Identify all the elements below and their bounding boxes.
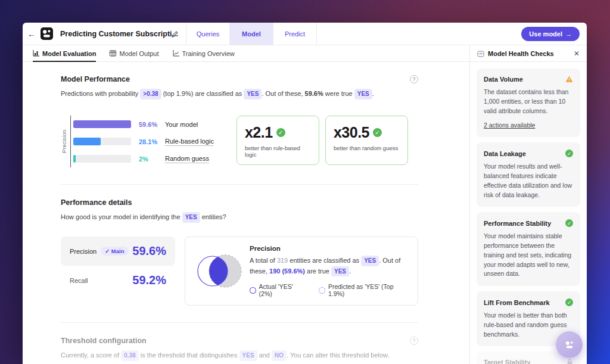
model-health-panel: Model Health Checks ✕ Data Volume The da… xyxy=(469,45,587,364)
performance-details-title: Performance details xyxy=(61,198,418,207)
dashed-circle-icon xyxy=(319,287,325,294)
section-divider xyxy=(61,184,418,185)
benchmark-bar-chart: Precision 59.6% Your model 28.1% xyxy=(61,116,214,167)
precision-card-text: A total of 319 entities are classified a… xyxy=(250,256,408,276)
check-card-performance-stability[interactable]: Performance Stability ✓ Your model maint… xyxy=(477,212,580,286)
metric-list: Precision ✓ Main 59.6% Recall 59.2% xyxy=(61,237,175,306)
model-performance-summary: Predictions with probability >0.38 (top … xyxy=(61,89,418,99)
tab-queries[interactable]: Queries xyxy=(186,23,230,45)
yes-badge: YES xyxy=(239,350,257,361)
bar-rule-based: 28.1% Rule-based logic xyxy=(73,133,214,150)
pecan-logo-icon xyxy=(564,339,575,351)
warning-icon xyxy=(565,76,573,83)
health-checks-icon xyxy=(477,50,484,57)
y-axis-label: Precision xyxy=(61,130,67,153)
yes-badge: YES xyxy=(354,89,372,99)
tab-model[interactable]: Model xyxy=(230,23,273,45)
content-scroll[interactable]: Model Performance ? Predictions with pro… xyxy=(23,62,469,364)
lock-icon xyxy=(567,359,573,364)
table-grid-icon xyxy=(110,50,116,57)
sub-tabs: Model Evaluation Model Output Training O… xyxy=(23,45,469,62)
yes-badge: YES xyxy=(361,256,379,266)
legend-actual-yes: Actual 'YES' (2%) xyxy=(250,283,306,297)
section-divider xyxy=(61,322,418,323)
threshold-badge: >0.38 xyxy=(140,89,161,99)
bar-random-guess: 2% Random guess xyxy=(73,150,214,167)
app-window: ← Predicting Customer Subscripti... Quer… xyxy=(23,23,587,364)
yes-badge: YES xyxy=(331,266,349,277)
check-ok-icon: ✓ xyxy=(565,150,573,157)
check-card-data-leakage[interactable]: Data Leakage ✓ Your model results and we… xyxy=(477,142,580,207)
lift-card-rule-based: x2.1 ✓ better than rule-based logic xyxy=(236,116,319,165)
line-chart-icon xyxy=(173,50,179,57)
actions-available-link[interactable]: 2 actions available xyxy=(484,122,535,129)
check-badge-icon: ✓ xyxy=(373,128,382,137)
pecan-logo-icon xyxy=(41,27,53,40)
project-title: Predicting Customer Subscripti... xyxy=(60,30,167,38)
yes-badge: YES xyxy=(244,89,262,99)
main-metric-pill: ✓ Main xyxy=(101,247,128,256)
check-card-data-volume[interactable]: Data Volume The dataset contains less th… xyxy=(477,69,580,137)
arrow-right-icon: → xyxy=(565,30,572,38)
threshold-text: Currently, a score of 0.38 is the thresh… xyxy=(61,350,418,361)
check-badge-icon: ✓ xyxy=(276,128,285,137)
yes-badge: YES xyxy=(182,212,200,223)
solid-circle-icon xyxy=(250,287,256,294)
close-icon[interactable]: ✕ xyxy=(574,49,580,58)
legend-predicted-yes: Predicted as 'YES' (Top 1.9%) xyxy=(319,283,408,297)
performance-details-question: How good is your model in identifying th… xyxy=(61,212,418,223)
check-ok-icon: ✓ xyxy=(565,219,573,227)
subtab-model-output[interactable]: Model Output xyxy=(110,45,158,61)
lift-card-random-guess: x30.5 ✓ better than random guess xyxy=(325,116,408,165)
nav-tabs: Queries Model Predict xyxy=(186,23,317,45)
use-model-button[interactable]: Use model → xyxy=(521,27,580,41)
tab-predict[interactable]: Predict xyxy=(273,23,317,45)
help-icon[interactable]: ? xyxy=(410,75,418,83)
subtab-training-overview[interactable]: Training Overview xyxy=(173,45,235,61)
bar-chart-icon xyxy=(33,50,39,57)
panel-title: Model Health Checks xyxy=(488,50,570,57)
help-icon[interactable]: ? xyxy=(410,337,418,345)
model-performance-title: Model Performance xyxy=(61,75,130,83)
precision-detail-card: Precision A total of 319 entities are cl… xyxy=(185,237,418,306)
back-button[interactable]: ← xyxy=(23,29,41,39)
check-ok-icon: ✓ xyxy=(565,298,573,306)
no-badge: NO xyxy=(272,350,287,361)
main-content: Model Evaluation Model Output Training O… xyxy=(23,45,469,364)
score-badge: 0.38 xyxy=(121,350,138,361)
metric-row-recall[interactable]: Recall 59.2% xyxy=(61,266,175,295)
precision-card-title: Precision xyxy=(250,245,408,252)
venn-diagram xyxy=(190,245,245,297)
top-bar: ← Predicting Customer Subscripti... Quer… xyxy=(23,23,587,45)
bar-your-model: 59.6% Your model xyxy=(73,116,214,133)
threshold-title: Threshold configuration xyxy=(61,337,147,345)
pecan-chat-button[interactable] xyxy=(556,331,583,358)
subtab-model-evaluation[interactable]: Model Evaluation xyxy=(33,45,96,61)
edit-title-icon[interactable] xyxy=(172,30,179,38)
metric-row-precision[interactable]: Precision ✓ Main 59.6% xyxy=(61,237,175,266)
